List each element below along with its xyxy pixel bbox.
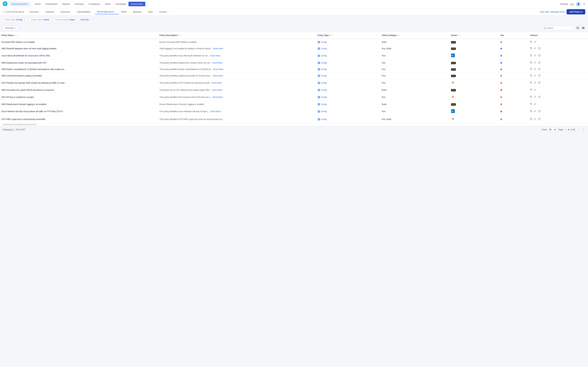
edit-icon[interactable]: [534, 103, 536, 106]
filter-policy-type-close[interactable]: ✕: [24, 18, 26, 21]
edit-icon[interactable]: [534, 96, 536, 99]
sub-nav-exposure[interactable]: Exposure ⋮: [59, 9, 75, 14]
show-more-button[interactable]: Show More: [213, 96, 223, 98]
copy-icon[interactable]: [530, 110, 532, 113]
edit-icon[interactable]: [534, 41, 536, 43]
rows-dropdown[interactable]: 25 50 100: [548, 128, 556, 132]
copy-icon[interactable]: [530, 74, 532, 77]
nav-item-alerts[interactable]: Alerts: [103, 2, 113, 6]
show-more-button[interactable]: Show More: [210, 55, 221, 57]
search-clear-icon[interactable]: ✕: [571, 27, 573, 29]
edit-icon[interactable]: [534, 74, 536, 77]
incidents-menu-icon[interactable]: ⋮: [55, 11, 57, 13]
columns-button[interactable]: [581, 26, 585, 30]
filter-policy-severity-value[interactable]: Select: [69, 18, 75, 21]
nav-item-reports[interactable]: Reports: [60, 2, 72, 6]
run-icon[interactable]: [538, 118, 541, 121]
download-button[interactable]: [576, 26, 580, 30]
run-icon[interactable]: [538, 110, 541, 113]
search-input[interactable]: [547, 27, 571, 29]
edit-icon[interactable]: [534, 68, 536, 71]
copy-icon[interactable]: [530, 81, 532, 84]
settings-button[interactable]: Settings: [560, 3, 568, 5]
nav-item-governance[interactable]: Governance: [129, 2, 145, 6]
edit-icon[interactable]: [534, 61, 536, 64]
col-severity[interactable]: Sev: [499, 32, 529, 39]
nav-item-inventory[interactable]: Inventory: [72, 2, 86, 6]
col-policy-name[interactable]: Policy Name ⇅ ⠿: [0, 32, 158, 39]
group-by-button[interactable]: Group By ▾: [3, 26, 18, 30]
edit-icon[interactable]: [534, 81, 536, 84]
show-more-button[interactable]: Show More: [213, 47, 223, 50]
show-more-button[interactable]: Show More: [212, 62, 223, 64]
edit-icon[interactable]: [534, 47, 536, 50]
run-icon[interactable]: [538, 47, 541, 50]
add-policy-button[interactable]: Add Policy ▾: [567, 9, 585, 14]
add-filter-button[interactable]: Add Filter: [79, 18, 90, 22]
col-policy-subtype[interactable]: Policy Subtype ⇅ ⠿: [380, 32, 450, 39]
copy-icon[interactable]: [530, 89, 532, 92]
book-icon[interactable]: 📖: [570, 2, 574, 6]
filter-policy-name-value[interactable]: Select: [43, 18, 50, 21]
col-cloud[interactable]: Cloud ⇅ ⠿: [450, 32, 499, 39]
sub-nav-custom[interactable]: Custom ⋮: [157, 9, 172, 14]
show-more-button[interactable]: Show More: [212, 89, 222, 91]
sub-nav-incidents[interactable]: Incidents ⋮: [43, 9, 59, 14]
sub-nav-misconfigurations[interactable]: Misconfigurations ⋮: [95, 9, 119, 14]
copy-icon[interactable]: [530, 61, 532, 64]
cloud-security-button[interactable]: Cloud Security ▾: [9, 2, 30, 6]
nav-item-investigate[interactable]: Investigate: [113, 2, 129, 6]
run-icon[interactable]: [538, 68, 541, 71]
next-page-button[interactable]: ›: [582, 128, 585, 132]
add-view-button[interactable]: Add View: [540, 10, 549, 13]
copy-icon[interactable]: [530, 96, 532, 99]
sub-nav-data[interactable]: Data ⋮: [146, 9, 157, 14]
prev-page-button[interactable]: ‹: [577, 128, 580, 132]
copy-icon[interactable]: [530, 47, 532, 50]
manage-views-button[interactable]: Manage Views: [551, 10, 565, 13]
malware-menu-icon[interactable]: ⋮: [142, 11, 144, 13]
page-dropdown[interactable]: 1 2 3: [564, 128, 570, 132]
show-more-button[interactable]: Show More: [210, 110, 221, 113]
user-avatar[interactable]: 👤: [576, 2, 581, 7]
show-more-button[interactable]: Show More: [212, 82, 222, 84]
horizontal-scrollbar[interactable]: [3, 124, 37, 125]
vulnerabilities-menu-icon[interactable]: ⋮: [91, 11, 93, 13]
run-icon[interactable]: [538, 81, 541, 84]
show-more-button[interactable]: Show More: [213, 75, 223, 77]
custom-menu-icon[interactable]: ⋮: [168, 11, 170, 13]
sub-nav-malware[interactable]: Malware ⋮: [131, 9, 146, 14]
sub-nav-overview[interactable]: Overview ⋮: [27, 9, 43, 14]
copy-icon[interactable]: [530, 68, 532, 71]
misconfigurations-menu-icon[interactable]: ⋮: [115, 10, 117, 13]
run-icon[interactable]: [538, 74, 541, 77]
run-icon[interactable]: [538, 96, 541, 99]
edit-icon[interactable]: [534, 54, 536, 57]
run-icon[interactable]: [538, 61, 541, 64]
edit-icon[interactable]: [534, 110, 536, 113]
nav-item-home[interactable]: Home: [33, 2, 43, 6]
copy-icon[interactable]: [530, 103, 532, 106]
run-icon[interactable]: [538, 54, 541, 57]
col-policy-type[interactable]: Policy Type ⇅ ⠿: [316, 32, 380, 39]
nav-item-dashboards[interactable]: Dashboards: [43, 2, 60, 6]
exposure-menu-icon[interactable]: ⋮: [71, 11, 73, 13]
sort-policy-type-icon: ⇅: [329, 34, 331, 36]
edit-icon[interactable]: [534, 89, 536, 92]
col-policy-desc[interactable]: Policy Description ⇅ ⠿: [158, 32, 316, 39]
nav-item-compliance[interactable]: Compliance: [86, 2, 103, 6]
assistant-icon[interactable]: ✦: [583, 2, 585, 6]
copy-icon[interactable]: [530, 54, 532, 57]
overview-menu-icon[interactable]: ⋮: [39, 11, 41, 13]
sub-nav-vulnerabilities[interactable]: Vulnerabilities ⋮: [75, 9, 95, 14]
severity-cell: [499, 79, 529, 87]
edit-icon[interactable]: [534, 118, 536, 121]
show-more-button[interactable]: Show More: [213, 68, 224, 70]
data-menu-icon[interactable]: ⋮: [154, 11, 155, 13]
ciem-menu-icon[interactable]: ⋮: [127, 11, 129, 13]
policy-type-cell: Config: [316, 115, 380, 123]
copy-icon[interactable]: [530, 41, 532, 43]
copy-icon[interactable]: [530, 118, 532, 121]
svg-rect-45: [318, 83, 319, 84]
sub-nav-ciem[interactable]: CIEM ⋮: [119, 9, 131, 14]
